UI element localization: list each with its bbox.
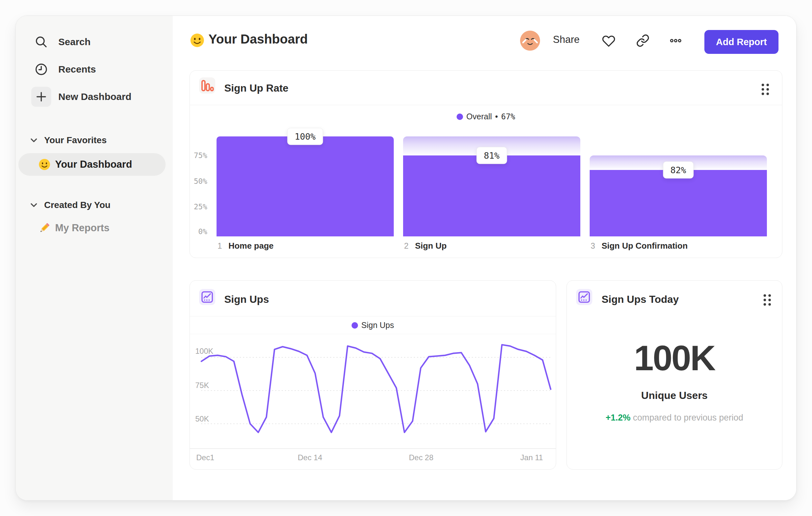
favorite-heart-icon[interactable]: [602, 34, 615, 47]
stat-delta-row: +1.2% compared to previous period: [567, 413, 782, 423]
sidebar-item-label: Your Dashboard: [55, 159, 132, 170]
card-title: Sign Ups Today: [602, 294, 678, 305]
x-axis-tick: Dec1: [196, 453, 214, 462]
main-content: Your Dashboard Share Add Report: [173, 16, 796, 500]
section-header-label: Created By You: [44, 200, 111, 210]
add-report-button[interactable]: Add Report: [704, 30, 779, 54]
app-window: Search Recents New Dashboard Your Favori…: [16, 16, 796, 500]
delta-note: compared to previous period: [633, 413, 743, 423]
chevron-down-icon: [30, 202, 38, 208]
divider: [190, 105, 782, 105]
funnel-step-label: 1 Home page: [218, 241, 273, 251]
funnel-bar-solid: [403, 156, 580, 236]
funnel-legend: Overall • 67%: [190, 112, 782, 121]
sign-ups-today-card: Sign Ups Today 100K Unique Users +1.2% c…: [567, 280, 782, 469]
sidebar-section-created-by-you[interactable]: Created By You: [30, 200, 111, 211]
funnel-bar-sign-up-confirmation[interactable]: 82%: [590, 136, 767, 236]
sign-ups-card: Sign Ups Sign Ups 100K 75K 50K Dec1 Dec …: [190, 280, 556, 469]
funnel-bar-solid: [216, 136, 394, 236]
step-name: Home page: [228, 241, 273, 251]
sidebar-item-label: My Reports: [55, 222, 110, 234]
funnel-step-labels: 1 Home page 2 Sign Up 3 Sign Up Confirma…: [190, 241, 782, 252]
user-avatar[interactable]: [520, 31, 540, 51]
page-title: Your Dashboard: [208, 32, 308, 47]
funnel-step-label: 2 Sign Up: [404, 241, 446, 251]
chevron-down-icon: [30, 138, 38, 143]
pencil-emoji-icon: [38, 222, 51, 234]
sidebar: Search Recents New Dashboard Your Favori…: [16, 16, 173, 500]
drag-handle-icon[interactable]: [761, 294, 773, 306]
sidebar-item-your-dashboard[interactable]: Your Dashboard: [18, 153, 166, 176]
smiley-emoji-icon: [38, 158, 51, 171]
funnel-bar-home-page[interactable]: 100%: [216, 136, 394, 236]
step-name: Sign Up: [415, 241, 446, 251]
line-chart-icon: [199, 289, 215, 305]
card-title: Sign Up Rate: [224, 82, 288, 94]
x-axis-tick: Dec 28: [409, 453, 433, 462]
sidebar-item-label: Search: [58, 36, 91, 47]
step-index: 2: [404, 241, 409, 251]
stat-value: 100K: [567, 337, 782, 378]
section-header-label: Your Favorites: [44, 135, 107, 145]
x-axis-line: [190, 448, 556, 449]
share-button[interactable]: Share: [553, 34, 580, 46]
funnel-bars-icon: [199, 77, 215, 93]
sidebar-section-your-favorites[interactable]: Your Favorites: [30, 135, 107, 146]
copy-link-icon[interactable]: [636, 34, 649, 47]
sidebar-item-search[interactable]: Search: [31, 32, 91, 52]
legend-label: Sign Ups: [361, 321, 394, 330]
clock-icon: [31, 59, 51, 79]
funnel-bar-solid: [590, 170, 767, 236]
funnel-tooltip: 100%: [287, 128, 323, 145]
sign-ups-series-line: [201, 345, 551, 432]
drag-handle-icon[interactable]: [759, 83, 771, 96]
legend-value: 67%: [501, 112, 515, 121]
x-axis-tick: Dec 14: [298, 453, 322, 462]
x-axis-tick: Jan 11: [520, 453, 543, 462]
legend-bullet: •: [495, 112, 498, 121]
sidebar-item-label: New Dashboard: [58, 91, 132, 102]
funnel-tooltip: 81%: [476, 147, 507, 164]
stat-subtitle: Unique Users: [567, 389, 782, 402]
sidebar-item-label: Recents: [58, 64, 96, 75]
card-title: Sign Ups: [224, 294, 269, 305]
plus-icon: [31, 87, 51, 107]
step-index: 3: [591, 241, 595, 251]
legend-dot-icon: [352, 322, 358, 329]
funnel-step-label: 3 Sign Up Confirmation: [591, 241, 688, 251]
delta-badge: +1.2%: [605, 413, 630, 423]
more-options-icon[interactable]: [669, 34, 683, 47]
legend-dot-icon: [457, 113, 463, 120]
sidebar-item-recents[interactable]: Recents: [31, 59, 96, 79]
step-name: Sign Up Confirmation: [602, 241, 688, 251]
line-legend: Sign Ups: [190, 321, 556, 330]
funnel-bar-sign-up[interactable]: 81%: [403, 136, 580, 236]
sign-ups-line-plot[interactable]: [190, 334, 556, 448]
smiley-emoji-icon: [190, 33, 205, 48]
legend-label: Overall: [466, 112, 492, 121]
step-index: 1: [218, 241, 222, 251]
line-chart-icon: [576, 289, 592, 305]
signup-rate-card: Sign Up Rate Overall • 67% 75% 50% 25% 0…: [190, 70, 782, 258]
sidebar-item-my-reports[interactable]: My Reports: [38, 219, 110, 237]
funnel-plot: 100% 81% 82%: [190, 136, 783, 236]
search-icon: [31, 32, 51, 52]
funnel-tooltip: 82%: [663, 162, 694, 179]
sidebar-item-new-dashboard[interactable]: New Dashboard: [31, 87, 132, 107]
